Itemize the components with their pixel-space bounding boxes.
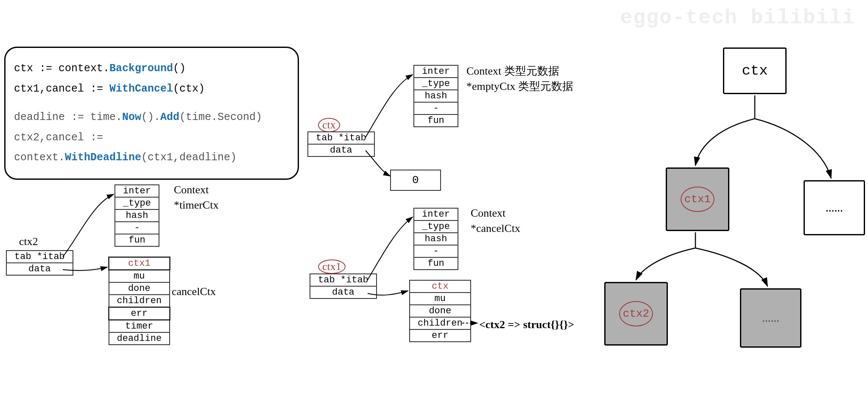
field: children bbox=[109, 295, 170, 307]
tree-ctx1-circle: ctx1 bbox=[681, 187, 714, 212]
children-map-label: <ctx2 => struct{}{}> bbox=[479, 317, 574, 332]
left-itab-box: inter _type hash - fun bbox=[114, 184, 159, 247]
tree-dots-text: …… bbox=[826, 200, 843, 216]
zero-box: 0 bbox=[390, 170, 441, 191]
field: tab *itab bbox=[6, 251, 73, 263]
circled-text: ctx1 bbox=[318, 259, 346, 274]
code-frag: (ctx) bbox=[173, 83, 205, 95]
field: err bbox=[410, 329, 471, 342]
field: deadline bbox=[109, 332, 170, 345]
field: - bbox=[414, 245, 458, 257]
field: err bbox=[109, 307, 170, 320]
label-line: *timerCtx bbox=[174, 198, 218, 213]
left-itab-side-label: Context *timerCtx bbox=[174, 182, 218, 213]
circled-text: ctx bbox=[318, 118, 340, 132]
code-line-3: deadline := time.Now().Add(time.Second) bbox=[14, 107, 289, 128]
field: _type bbox=[414, 78, 458, 90]
tree-root: ctx bbox=[723, 47, 787, 94]
field: timer bbox=[109, 320, 170, 333]
code-line-4: ctx2,cancel := context.WithDeadline(ctx1… bbox=[14, 128, 289, 168]
field: data bbox=[310, 286, 377, 298]
tree-dots-text: …… bbox=[762, 310, 779, 326]
mid2-cancelctx-box: ctx mu done children err bbox=[409, 280, 471, 342]
ctx2-label: ctx2 bbox=[19, 235, 38, 248]
code-frag: (time.Second) bbox=[179, 111, 262, 123]
mid1-itab-side-label: Context 类型元数据 *emptyCtx 类型元数据 bbox=[466, 64, 573, 95]
code-frag: () bbox=[173, 62, 186, 75]
cancelctx-struct-box: ctx1 mu done children err timer deadline bbox=[108, 257, 170, 345]
code-frag: (ctx1,deadline) bbox=[141, 151, 237, 164]
ctx2-iface-box: tab *itab data bbox=[6, 250, 73, 276]
ctx1-circled-label: ctx1 bbox=[318, 259, 346, 274]
code-kw: Now bbox=[122, 111, 141, 123]
tree-dots-1: …… bbox=[804, 180, 865, 235]
tree-ctx2-circle: ctx2 bbox=[619, 301, 653, 326]
label-line: Context bbox=[471, 206, 520, 221]
mid1-itab-box: inter _type hash - fun bbox=[413, 65, 458, 127]
field: hash bbox=[414, 233, 458, 245]
field: mu bbox=[109, 270, 170, 283]
field: hash bbox=[115, 209, 159, 222]
tree-dots-2: …… bbox=[740, 288, 801, 348]
code-kw: Background bbox=[109, 62, 173, 75]
field: done bbox=[410, 305, 471, 317]
code-kw: WithCancel bbox=[109, 83, 173, 95]
field: tab *itab bbox=[310, 274, 377, 286]
label-line: Context 类型元数据 bbox=[466, 64, 573, 79]
ctx-circled-label: ctx bbox=[318, 118, 340, 132]
ctx-iface-box: tab *itab data bbox=[307, 131, 375, 157]
code-line-1: ctx := context.Background() bbox=[14, 59, 289, 79]
field: inter bbox=[414, 208, 458, 220]
field: inter bbox=[115, 185, 159, 197]
field: inter bbox=[414, 65, 458, 78]
code-box: ctx := context.Background() ctx1,cancel … bbox=[4, 47, 299, 180]
field-title: ctx bbox=[410, 280, 471, 293]
field: fun bbox=[115, 234, 159, 246]
code-kw: WithDeadline bbox=[65, 151, 141, 164]
ctx1-iface-box: tab *itab data bbox=[310, 273, 377, 299]
field: data bbox=[308, 144, 374, 156]
field: tab *itab bbox=[308, 132, 374, 144]
field: children bbox=[410, 317, 471, 329]
watermark: eggo-tech bilibili bbox=[620, 6, 855, 29]
code-kw: Add bbox=[160, 111, 179, 123]
field: data bbox=[6, 263, 73, 275]
code-frag: deadline := time. bbox=[14, 111, 122, 123]
code-frag: ctx1,cancel := bbox=[14, 83, 109, 95]
code-frag: ctx := context. bbox=[14, 62, 109, 75]
mid2-itab-side-label: Context *cancelCtx bbox=[471, 206, 520, 237]
tree-ctx1: ctx1 bbox=[666, 167, 729, 231]
field: _type bbox=[115, 197, 159, 209]
field: - bbox=[414, 102, 458, 114]
tree-root-text: ctx bbox=[742, 63, 768, 79]
field: mu bbox=[410, 293, 471, 305]
label-line: *emptyCtx 类型元数据 bbox=[466, 79, 573, 94]
mid2-itab-box: inter _type hash - fun bbox=[413, 208, 458, 270]
label-line: Context bbox=[174, 182, 218, 198]
tree-ctx2: ctx2 bbox=[604, 282, 668, 346]
field: fun bbox=[414, 114, 458, 127]
field: fun bbox=[414, 257, 458, 270]
field: _type bbox=[414, 220, 458, 233]
field: - bbox=[115, 222, 159, 234]
label-line: *cancelCtx bbox=[471, 221, 520, 236]
field: hash bbox=[414, 90, 458, 102]
field: done bbox=[109, 282, 170, 295]
code-frag: (). bbox=[141, 111, 160, 123]
code-line-2: ctx1,cancel := WithCancel(ctx) bbox=[14, 79, 289, 99]
field-title: ctx1 bbox=[109, 257, 170, 270]
cancelctx-label: cancelCtx bbox=[172, 284, 216, 299]
